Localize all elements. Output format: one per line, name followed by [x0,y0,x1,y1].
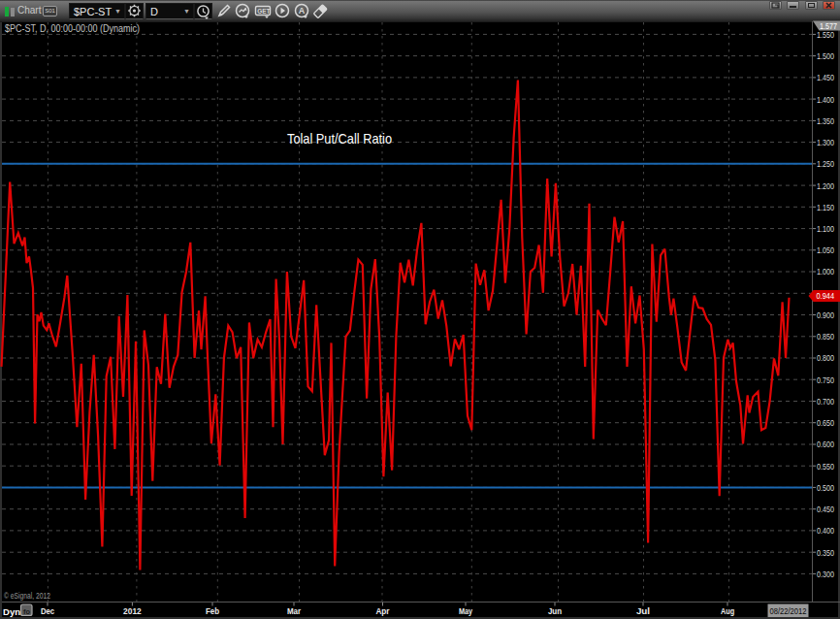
svg-text:Dyn: Dyn [3,606,20,617]
svg-text:0.750: 0.750 [817,375,834,385]
svg-text:1.400: 1.400 [817,94,834,105]
svg-text:0.900: 0.900 [817,310,834,320]
svg-text:0.800: 0.800 [817,352,834,363]
svg-text:0.650: 0.650 [817,417,834,428]
svg-text:Aug: Aug [721,605,734,616]
svg-text:0.550: 0.550 [817,461,834,472]
svg-text:1.050: 1.050 [817,244,834,255]
svg-text:0.850: 0.850 [817,331,834,342]
svg-text:© eSignal, 2012: © eSignal, 2012 [4,591,50,601]
svg-text:0.944: 0.944 [817,290,835,301]
svg-text:fo: fo [23,607,30,616]
svg-text:Jun: Jun [548,605,562,616]
svg-text:0.400: 0.400 [817,525,834,536]
svg-text:0.300: 0.300 [817,569,834,579]
svg-text:0.350: 0.350 [817,547,834,558]
svg-text:1.000: 1.000 [817,266,834,277]
svg-text:1.150: 1.150 [817,202,834,212]
svg-text:1.500: 1.500 [817,50,834,61]
svg-text:1.250: 1.250 [817,158,834,169]
svg-text:08/22/2012: 08/22/2012 [770,606,807,616]
svg-text:1.300: 1.300 [817,137,834,147]
svg-text:0.500: 0.500 [817,482,834,493]
svg-text:Tolal Put/Call Ratio: Tolal Put/Call Ratio [287,131,392,147]
svg-text:0.450: 0.450 [817,504,834,514]
svg-text:$PC-ST, D, 00:00-00:00 (Dynami: $PC-ST, D, 00:00-00:00 (Dynamic) [5,23,140,34]
svg-text:1.450: 1.450 [817,72,834,82]
svg-text:1.350: 1.350 [817,115,834,126]
svg-text:Jul: Jul [636,605,650,616]
svg-text:Dec: Dec [41,605,54,616]
svg-text:Feb: Feb [206,605,219,616]
svg-text:1.200: 1.200 [817,180,834,191]
svg-text:0.700: 0.700 [817,396,834,407]
svg-text:GET: GET [257,8,270,15]
svg-text:0.600: 0.600 [817,439,834,449]
svg-text:May: May [459,605,473,616]
svg-text:Mar: Mar [287,605,301,616]
svg-text:1.100: 1.100 [817,223,834,234]
svg-text:2012: 2012 [123,605,142,616]
svg-text:Apr: Apr [375,605,389,616]
svg-text:A: A [299,6,306,16]
